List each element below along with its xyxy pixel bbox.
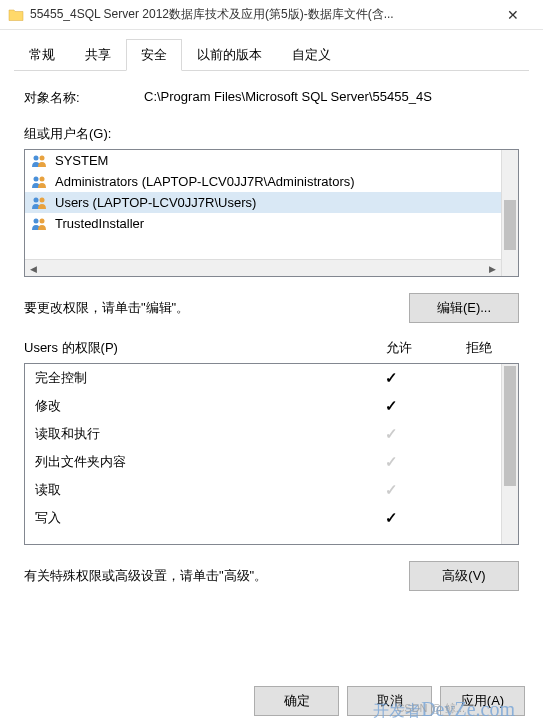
permission-row[interactable]: 读取✓ (25, 476, 518, 504)
allow-check-icon: ✓ (352, 397, 430, 415)
cancel-button[interactable]: 取消 (347, 686, 432, 716)
permission-name: 修改 (35, 397, 352, 415)
svg-point-7 (40, 218, 45, 223)
tab-strip: 常规 共享 安全 以前的版本 自定义 (14, 38, 529, 71)
permission-name: 读取和执行 (35, 425, 352, 443)
vertical-scrollbar[interactable] (501, 150, 518, 276)
window-title: 55455_4SQL Server 2012数据库技术及应用(第5版)-数据库文… (30, 6, 490, 23)
svg-point-6 (34, 218, 39, 223)
allow-check-icon: ✓ (352, 425, 430, 443)
close-button[interactable]: ✕ (490, 0, 535, 30)
allow-check-icon: ✓ (352, 509, 430, 527)
advanced-button[interactable]: 高级(V) (409, 561, 519, 591)
tab-previous-versions[interactable]: 以前的版本 (182, 39, 277, 71)
svg-point-1 (40, 155, 45, 160)
allow-header: 允许 (359, 339, 439, 357)
list-item-label: TrustedInstaller (55, 216, 144, 231)
list-item[interactable]: Administrators (LAPTOP-LCV0JJ7R\Administ… (25, 171, 518, 192)
groups-label: 组或用户名(G): (24, 125, 519, 143)
permissions-label: Users 的权限(P) (24, 339, 359, 357)
advanced-hint-text: 有关特殊权限或高级设置，请单击"高级"。 (24, 567, 409, 585)
users-icon (31, 217, 49, 231)
list-item[interactable]: Users (LAPTOP-LCV0JJ7R\Users) (25, 192, 518, 213)
permissions-listbox: 完全控制✓修改✓读取和执行✓列出文件夹内容✓读取✓写入✓ (24, 363, 519, 545)
users-icon (31, 175, 49, 189)
scroll-left-icon[interactable]: ◀ (25, 260, 42, 277)
svg-point-2 (34, 176, 39, 181)
list-item-label: Administrators (LAPTOP-LCV0JJ7R\Administ… (55, 174, 355, 189)
apply-button[interactable]: 应用(A) (440, 686, 525, 716)
folder-icon (8, 7, 24, 23)
horizontal-scrollbar[interactable]: ◀ ▶ (25, 259, 501, 276)
window-titlebar: 55455_4SQL Server 2012数据库技术及应用(第5版)-数据库文… (0, 0, 543, 30)
edit-hint-text: 要更改权限，请单击"编辑"。 (24, 299, 409, 317)
ok-button[interactable]: 确定 (254, 686, 339, 716)
list-item[interactable]: TrustedInstaller (25, 213, 518, 234)
permission-row[interactable]: 读取和执行✓ (25, 420, 518, 448)
permission-row[interactable]: 完全控制✓ (25, 364, 518, 392)
list-item[interactable]: SYSTEM (25, 150, 518, 171)
allow-check-icon: ✓ (352, 369, 430, 387)
tab-sharing[interactable]: 共享 (70, 39, 126, 71)
svg-point-0 (34, 155, 39, 160)
allow-check-icon: ✓ (352, 453, 430, 471)
object-name-label: 对象名称: (24, 89, 144, 107)
permission-row[interactable]: 修改✓ (25, 392, 518, 420)
scroll-right-icon[interactable]: ▶ (484, 260, 501, 277)
permission-row[interactable]: 写入✓ (25, 504, 518, 532)
svg-point-3 (40, 176, 45, 181)
svg-point-5 (40, 197, 45, 202)
list-item-label: Users (LAPTOP-LCV0JJ7R\Users) (55, 195, 256, 210)
list-item-label: SYSTEM (55, 153, 108, 168)
allow-check-icon: ✓ (352, 481, 430, 499)
tab-general[interactable]: 常规 (14, 39, 70, 71)
permission-name: 列出文件夹内容 (35, 453, 352, 471)
groups-listbox[interactable]: SYSTEM Administrators (LAPTOP-LCV0JJ7R\A… (24, 149, 519, 277)
tab-customize[interactable]: 自定义 (277, 39, 346, 71)
users-icon (31, 154, 49, 168)
deny-header: 拒绝 (439, 339, 519, 357)
vertical-scrollbar[interactable] (501, 364, 518, 544)
svg-point-4 (34, 197, 39, 202)
permission-name: 读取 (35, 481, 352, 499)
edit-button[interactable]: 编辑(E)... (409, 293, 519, 323)
users-icon (31, 196, 49, 210)
permission-name: 写入 (35, 509, 352, 527)
object-name-value: C:\Program Files\Microsoft SQL Server\55… (144, 89, 519, 107)
tab-security[interactable]: 安全 (126, 39, 182, 71)
permission-row[interactable]: 列出文件夹内容✓ (25, 448, 518, 476)
permission-name: 完全控制 (35, 369, 352, 387)
dialog-footer: 确定 取消 应用(A) (254, 686, 525, 716)
